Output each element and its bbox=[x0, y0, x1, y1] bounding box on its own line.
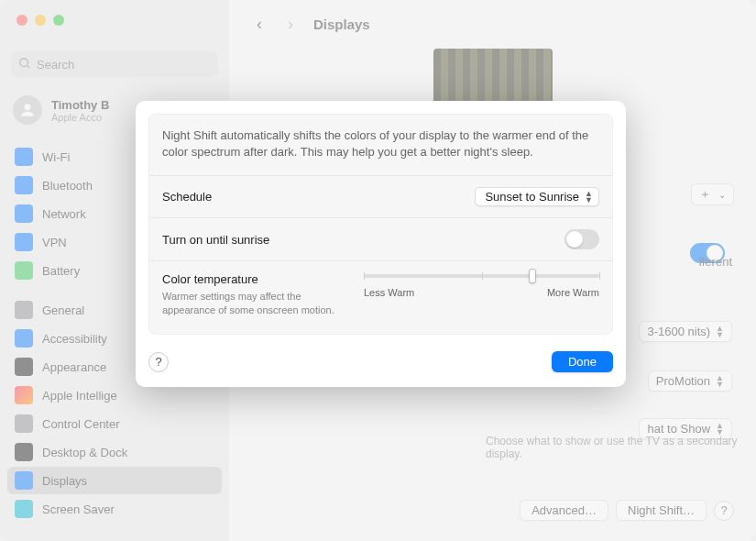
done-button[interactable]: Done bbox=[552, 351, 613, 372]
color-slider-wrap: Less Warm More Warm bbox=[364, 272, 599, 317]
schedule-row: Schedule Sunset to Sunrise ▲▼ bbox=[149, 176, 612, 218]
schedule-dropdown[interactable]: Sunset to Sunrise ▲▼ bbox=[475, 187, 599, 206]
turn-on-toggle[interactable] bbox=[564, 229, 599, 249]
sheet-description: Night Shift automatically shifts the col… bbox=[149, 115, 612, 176]
night-shift-sheet: Night Shift automatically shifts the col… bbox=[136, 101, 626, 387]
more-warm-label: More Warm bbox=[547, 287, 599, 298]
slider-thumb[interactable] bbox=[529, 269, 536, 283]
color-temperature-slider[interactable] bbox=[364, 274, 599, 278]
sheet-footer: ? Done bbox=[136, 348, 626, 387]
color-temperature-desc: Warmer settings may affect the appearanc… bbox=[162, 290, 345, 317]
color-temperature-label: Color temperature bbox=[162, 272, 345, 286]
turn-on-row: Turn on until sunrise bbox=[149, 218, 612, 261]
updown-icon: ▲▼ bbox=[585, 191, 593, 204]
schedule-label: Schedule bbox=[162, 190, 212, 204]
sheet-group: Night Shift automatically shifts the col… bbox=[148, 114, 613, 335]
less-warm-label: Less Warm bbox=[364, 287, 414, 298]
color-temperature-row: Color temperature Warmer settings may af… bbox=[149, 261, 612, 334]
turn-on-label: Turn on until sunrise bbox=[162, 233, 269, 247]
sheet-help-button[interactable]: ? bbox=[148, 352, 169, 372]
schedule-value: Sunset to Sunrise bbox=[485, 190, 579, 204]
